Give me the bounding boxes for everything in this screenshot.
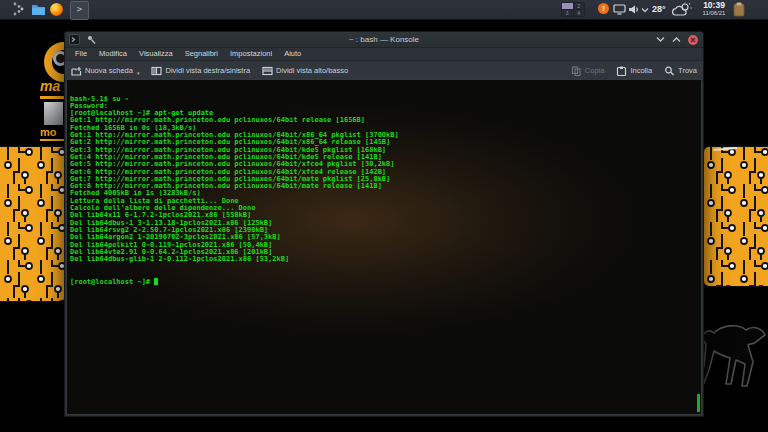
- virtual-desktop-pager[interactable]: 1234: [561, 2, 585, 17]
- taskbar-konsole-button[interactable]: >: [70, 1, 89, 20]
- paste-button[interactable]: Incolla: [616, 66, 652, 76]
- logo-gray-block: [44, 102, 63, 125]
- terminal-line: Del lib64dbus-1 3-1.13.18-1pclos2021.x86…: [70, 220, 693, 227]
- terminal-line: Get:8 http://mirror.math.princeton.edu p…: [70, 183, 693, 190]
- new-tab-icon: [71, 66, 82, 76]
- greyhound-silhouette: [696, 318, 768, 410]
- toolbar: Nuova scheda ▾ Dividi vista destra/sinis…: [65, 61, 703, 81]
- find-button[interactable]: Trova: [664, 66, 697, 76]
- terminal-line: Get:1 http://mirror.math.princeton.edu p…: [70, 117, 693, 124]
- menu-item[interactable]: Modifica: [93, 48, 133, 60]
- terminal-line: Get:2 http://mirror.math.princeton.edu p…: [70, 139, 693, 146]
- menu-item[interactable]: Visualizza: [133, 48, 179, 60]
- new-tab-button[interactable]: Nuova scheda ▾: [71, 66, 139, 76]
- close-button[interactable]: [688, 35, 698, 45]
- clock-time: 10:39: [694, 1, 734, 10]
- circuit-pattern-right: [703, 146, 768, 287]
- weather-icon[interactable]: [671, 2, 692, 18]
- file-manager-icon[interactable]: [31, 2, 46, 16]
- pager-desktop-cell[interactable]: 2: [574, 3, 585, 9]
- konsole-window: ~ : bash — Konsole FileModificaVisualizz…: [64, 31, 704, 417]
- copy-icon: [571, 66, 582, 76]
- terminal-line: bash-5.1$ su -: [70, 96, 693, 103]
- find-label: Trova: [678, 66, 697, 75]
- terminal-line: Calcolo dell'albero delle dipendenze... …: [70, 205, 693, 212]
- menu-bar: FileModificaVisualizzaSegnalibriImpostaz…: [65, 48, 703, 61]
- logo-text-2: mo: [40, 126, 57, 138]
- terminal-line: [root@localhost ~]# apt-get update: [70, 110, 693, 117]
- pager-desktop-cell[interactable]: 1: [562, 3, 573, 9]
- app-launcher-icon[interactable]: [13, 2, 25, 16]
- desktop: ma mo > 1234 !: [0, 0, 768, 432]
- terminal-line: Fetched 4005kB in 1s (3283kB/s): [70, 190, 693, 197]
- terminal-cursor: [154, 278, 158, 285]
- copy-label: Copia: [585, 66, 605, 75]
- terminal-line: Get:1 http://mirror.math.princeton.edu p…: [70, 132, 693, 139]
- terminal-line: Del lib64rsvg2 2-2.50.7-1pclos2021.x86 […: [70, 227, 693, 234]
- window-title: ~ : bash — Konsole: [65, 32, 703, 47]
- terminal-line: Password:: [70, 103, 693, 110]
- clipboard-icon[interactable]: [733, 2, 745, 17]
- menu-item[interactable]: File: [69, 48, 93, 60]
- search-icon: [664, 66, 675, 76]
- dropdown-caret-icon: ▾: [137, 70, 140, 76]
- terminal-line: Get:6 http://mirror.math.princeton.edu p…: [70, 169, 693, 176]
- temperature-readout[interactable]: 28°: [652, 4, 666, 14]
- copy-button: Copia: [571, 66, 605, 76]
- wallpaper-logo: ma mo: [0, 26, 66, 148]
- split-horizontal-icon: [262, 66, 273, 76]
- terminal-line: Del lib64polkit1 0-0.119-1pclos2021.x86 …: [70, 242, 693, 249]
- clock-date: 11/06/21: [694, 10, 734, 17]
- terminal-line: Get:5 http://mirror.math.princeton.edu p…: [70, 161, 693, 168]
- split-vertical-icon: [151, 66, 162, 76]
- split-view-topbottom-button[interactable]: Dividi vista alto/basso: [262, 66, 348, 76]
- logo-underline-1: [40, 96, 66, 99]
- pager-desktop-cell[interactable]: 3: [562, 10, 573, 16]
- display-settings-icon[interactable]: [613, 4, 626, 15]
- terminal-line: Get:7 http://mirror.math.princeton.edu p…: [70, 176, 693, 183]
- firefox-icon[interactable]: [50, 3, 63, 16]
- logo-text-1: ma: [40, 78, 60, 94]
- terminal-line: Fetched 1656B in 0s (18,3kB/s): [70, 125, 693, 132]
- terminal-line: Get:3 http://mirror.math.princeton.edu p…: [70, 147, 693, 154]
- menu-item[interactable]: Impostazioni: [224, 48, 278, 60]
- terminal-output: bash-5.1$ su -Password:[root@localhost ~…: [70, 81, 693, 300]
- terminal-line: Del lib64argon2 1-20190702-3pclos2021.x8…: [70, 234, 693, 241]
- close-x-icon: [690, 37, 696, 43]
- volume-icon[interactable]: [628, 4, 640, 15]
- terminal-line: Del lib64dbus-glib-1 2-0.112-1pclos2021.…: [70, 256, 693, 263]
- terminal-line: Del lib64x11 6-1.7.2-1pclos2021.x86 [558…: [70, 212, 693, 219]
- update-notifier-icon[interactable]: !: [598, 3, 609, 14]
- terminal-prompt: [root@localhost ~]#: [70, 278, 154, 286]
- terminal-viewport[interactable]: bash-5.1$ su -Password:[root@localhost ~…: [66, 79, 702, 415]
- systray-expander-chevron-icon[interactable]: [641, 7, 649, 13]
- menu-item[interactable]: Aiuto: [278, 48, 307, 60]
- terminal-lines: bash-5.1$ su -Password:[root@localhost ~…: [70, 96, 693, 264]
- menu-item[interactable]: Segnalibri: [179, 48, 224, 60]
- pager-desktop-cell[interactable]: 4: [574, 10, 585, 16]
- circuit-pattern-left: [0, 146, 66, 302]
- terminal-line: Lettura della lista di pacchetti... Done: [70, 198, 693, 205]
- terminal-scrollbar-thumb[interactable]: [697, 394, 700, 412]
- top-panel: > 1234 ! 28° 10:39 11/06/21: [0, 0, 768, 20]
- terminal-line: Get:4 http://mirror.math.princeton.edu p…: [70, 154, 693, 161]
- paste-icon: [616, 66, 627, 76]
- paste-label: Incolla: [630, 66, 652, 75]
- terminal-line: Del lib64vte2.91 0-0.64.2-1pclos2021.x86…: [70, 249, 693, 256]
- digital-clock[interactable]: 10:39 11/06/21: [694, 1, 734, 17]
- logo-underline-2: [40, 139, 66, 141]
- window-titlebar[interactable]: ~ : bash — Konsole: [65, 32, 703, 48]
- split-leftright-label: Dividi vista destra/sinistra: [165, 66, 250, 75]
- maximize-button[interactable]: [672, 36, 681, 43]
- minimize-button[interactable]: [656, 36, 665, 43]
- split-view-leftright-button[interactable]: Dividi vista destra/sinistra: [151, 66, 250, 76]
- new-tab-label: Nuova scheda: [85, 66, 133, 75]
- terminal-prompt-line: [root@localhost ~]#: [70, 278, 693, 285]
- split-topbottom-label: Dividi vista alto/basso: [276, 66, 348, 75]
